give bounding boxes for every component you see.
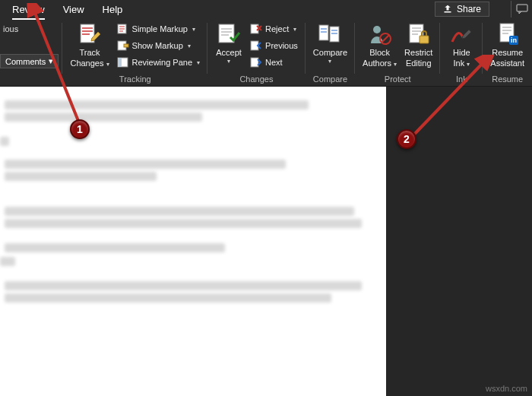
chevron-down-icon: ▾ xyxy=(188,43,191,49)
chevron-down-icon: ▾ xyxy=(293,26,296,33)
next-label: Next xyxy=(265,58,283,67)
chevron-down-icon: ▾ xyxy=(394,61,397,68)
chevron-down-icon: ▾ xyxy=(49,56,53,66)
chevron-down-icon: ▾ xyxy=(227,59,230,65)
tracking-options: Simple Markup ▾ Show Markup ▾ Reviewing … xyxy=(114,21,204,71)
previous-label: Previous xyxy=(265,41,298,50)
group-protect: Block Authors ▾ Restrict Editing Protect xyxy=(355,18,440,86)
reject-button[interactable]: Reject ▾ xyxy=(247,21,301,37)
annotation-badge-1: 1 xyxy=(70,119,90,139)
next-change-button[interactable]: Next xyxy=(247,54,301,71)
svg-rect-7 xyxy=(118,58,122,67)
restrict-label2: Editing xyxy=(406,59,432,68)
svg-rect-17 xyxy=(420,36,429,43)
block-authors-icon xyxy=(368,22,392,46)
svg-point-14 xyxy=(373,26,381,33)
share-icon xyxy=(443,5,452,14)
group-label-compare: Compare xyxy=(310,74,350,84)
watermark: wsxdn.com xyxy=(486,384,527,393)
group-label-ink: Ink xyxy=(445,74,478,84)
share-label: Share xyxy=(457,4,481,14)
restrict-editing-icon xyxy=(407,22,431,46)
comments-pane-toggle[interactable] xyxy=(511,1,532,17)
reviewing-pane-dropdown[interactable]: Reviewing Pane ▾ xyxy=(114,54,204,71)
changes-options: Reject ▾ Previous Next xyxy=(247,21,301,71)
compare-icon xyxy=(318,22,342,46)
hide-ink-label2: Ink ▾ xyxy=(453,59,470,68)
tab-help[interactable]: Help xyxy=(103,2,123,17)
simple-markup-label: Simple Markup xyxy=(132,24,188,33)
group-compare: Compare ▾ Compare xyxy=(306,18,355,86)
markup-icon xyxy=(117,23,129,35)
comment-label: Comments xyxy=(5,57,46,66)
show-markup-icon xyxy=(117,40,129,52)
reject-label: Reject xyxy=(265,24,289,33)
group-tracking: Track Changes ▾ Simple Markup ▾ Show Mar… xyxy=(62,18,207,86)
svg-rect-12 xyxy=(319,25,328,40)
track-changes-button[interactable]: Track Changes ▾ xyxy=(67,21,112,68)
reviewing-pane-icon xyxy=(117,56,129,68)
svg-rect-13 xyxy=(330,27,339,42)
group-label-tracking: Tracking xyxy=(67,74,203,84)
resume-label: Resume xyxy=(492,48,523,57)
block-label: Block xyxy=(369,48,390,57)
word-window: { "tabs": { "review": "Review", "view": … xyxy=(0,0,532,396)
previous-change-button[interactable]: Previous xyxy=(247,37,301,54)
tab-review[interactable]: Review xyxy=(12,2,45,17)
resume-assistant-button[interactable]: in Resume Assistant xyxy=(487,21,527,68)
next-icon xyxy=(250,56,262,68)
chevron-down-icon: ▾ xyxy=(328,59,331,65)
tab-view[interactable]: View xyxy=(63,2,84,17)
show-markup-dropdown[interactable]: Show Markup ▾ xyxy=(114,37,204,54)
group-label-resume: Resume xyxy=(487,74,527,84)
reviewing-pane-label: Reviewing Pane xyxy=(132,58,193,67)
svg-rect-5 xyxy=(124,44,128,47)
group-label-protect: Protect xyxy=(359,74,435,84)
group-comments-partial: ious Comments ▾ xyxy=(0,18,62,86)
show-markup-label: Show Markup xyxy=(132,41,183,50)
group-label xyxy=(0,74,58,84)
svg-rect-0 xyxy=(444,11,451,13)
resume-assistant-icon: in xyxy=(496,22,520,46)
hide-ink-icon xyxy=(449,22,473,46)
cutoff-text: ious xyxy=(0,21,21,37)
track-label2: Changes ▾ xyxy=(70,59,109,68)
hide-ink-label: Hide xyxy=(453,48,470,57)
chevron-down-icon: ▾ xyxy=(106,61,109,68)
block-label2: Authors ▾ xyxy=(363,59,397,68)
block-authors-button[interactable]: Block Authors ▾ xyxy=(359,21,400,68)
share-button[interactable]: Share xyxy=(435,2,489,17)
reject-icon xyxy=(250,23,262,35)
chevron-down-icon: ▾ xyxy=(192,26,195,33)
accept-label: Accept xyxy=(216,48,242,57)
hide-ink-button[interactable]: Hide Ink ▾ xyxy=(445,21,478,68)
ribbon-tabs: Review View Help Share xyxy=(0,0,532,18)
chevron-down-icon: ▾ xyxy=(197,59,200,66)
display-for-review-dropdown[interactable]: Simple Markup ▾ xyxy=(114,21,204,37)
track-label: Track xyxy=(79,48,100,57)
restrict-editing-button[interactable]: Restrict Editing xyxy=(401,21,435,68)
restrict-label: Restrict xyxy=(404,48,432,57)
group-label-changes: Changes xyxy=(212,74,301,84)
track-changes-icon xyxy=(78,22,102,46)
compare-button[interactable]: Compare ▾ xyxy=(310,21,350,65)
accept-icon xyxy=(217,22,241,46)
annotation-badge-2: 2 xyxy=(397,129,416,149)
svg-rect-11 xyxy=(251,58,258,67)
ribbon: ious Comments ▾ Track Changes ▾ xyxy=(0,18,532,87)
resume-label2: Assistant xyxy=(490,59,524,68)
document-page[interactable] xyxy=(0,87,386,396)
svg-rect-1 xyxy=(517,5,527,11)
accept-button[interactable]: Accept ▾ xyxy=(212,21,245,65)
group-changes: Accept ▾ Reject ▾ Previous Nex xyxy=(207,18,306,86)
new-comments-button[interactable]: Comments ▾ xyxy=(0,54,59,68)
chevron-down-icon: ▾ xyxy=(467,61,470,68)
previous-icon xyxy=(250,40,262,52)
group-ink: Hide Ink ▾ Ink xyxy=(440,18,483,86)
group-resume: in Resume Assistant Resume xyxy=(483,18,532,86)
compare-label: Compare xyxy=(313,48,347,57)
svg-text:in: in xyxy=(511,36,517,44)
